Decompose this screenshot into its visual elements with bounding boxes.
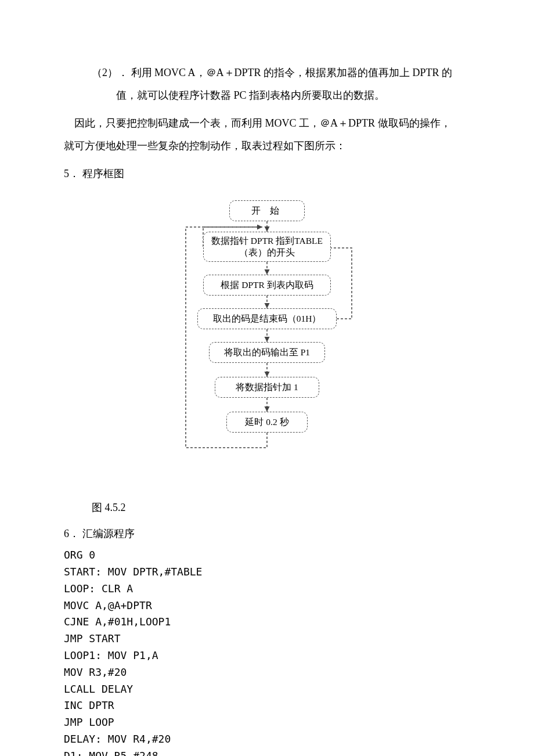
flow-delay: 延时 0.2 秒 [226, 412, 308, 433]
flow-inc: 将数据指针加 1 [215, 377, 319, 398]
list-item-2-line2: 值，就可以使程序计数器 PC 指到表格内所要取出的数据。 [64, 87, 470, 105]
conclusion-para-l1: 因此，只要把控制码建成一个表，而利用 MOVC 工，＠A＋DPTR 做取码的操作… [64, 114, 470, 132]
flowchart: 开 始 数据指针 DPTR 指到TABLE（表）的开头 根据 DPTR 到表内取… [168, 197, 366, 476]
list-item-2-line1: （2）． 利用 MOVC A，＠A＋DPTR 的指令，根据累加器的值再加上 DP… [64, 64, 470, 82]
flow-dptr: 数据指针 DPTR 指到TABLE（表）的开头 [203, 232, 331, 262]
page: （2）． 利用 MOVC A，＠A＋DPTR 的指令，根据累加器的值再加上 DP… [0, 0, 534, 756]
figure-caption: 图 4.5.2 [64, 499, 470, 517]
flow-endcode: 取出的码是结束码（01H） [197, 308, 337, 329]
flowchart-heading: 5． 程序框图 [64, 165, 470, 183]
conclusion-para-l2: 就可方便地处理一些复杂的控制动作，取表过程如下图所示： [64, 137, 470, 155]
flowchart-container: 开 始 数据指针 DPTR 指到TABLE（表）的开头 根据 DPTR 到表内取… [64, 197, 470, 476]
flow-output: 将取出的码输出至 P1 [209, 342, 325, 363]
assembly-code: ORG 0 START: MOV DPTR,#TABLE LOOP: CLR A… [64, 547, 470, 756]
flow-start: 开 始 [229, 200, 305, 221]
code-heading: 6． 汇编源程序 [64, 525, 470, 543]
flow-get: 根据 DPTR 到表内取码 [203, 275, 331, 296]
